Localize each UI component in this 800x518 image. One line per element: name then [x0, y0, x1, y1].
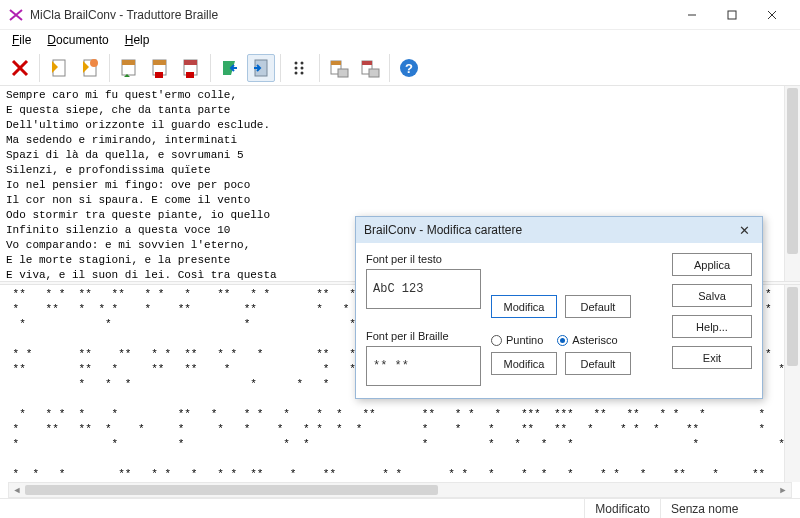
- svg-point-21: [301, 61, 304, 64]
- svg-text:?: ?: [405, 61, 413, 76]
- toolbar-separator: [39, 54, 40, 82]
- menu-bar: File Documento Help: [0, 30, 800, 50]
- font-text-modify-button[interactable]: Modifica: [491, 295, 557, 318]
- svg-rect-31: [369, 69, 379, 77]
- svg-point-24: [295, 71, 298, 74]
- convert-right-icon[interactable]: [247, 54, 275, 82]
- scroll-right-icon[interactable]: ►: [775, 483, 791, 497]
- save-text-icon[interactable]: [177, 54, 205, 82]
- maximize-button[interactable]: [712, 1, 752, 29]
- radio-puntino[interactable]: Puntino: [491, 334, 543, 346]
- svg-rect-14: [153, 60, 166, 65]
- svg-point-22: [295, 66, 298, 69]
- status-modified: Modificato: [584, 499, 660, 518]
- menu-documento[interactable]: Documento: [41, 31, 114, 49]
- exit-button[interactable]: Exit: [672, 346, 752, 369]
- svg-rect-30: [362, 61, 372, 65]
- svg-rect-27: [331, 61, 341, 65]
- font-braille-label: Font per il Braille: [366, 330, 481, 342]
- svg-point-23: [301, 66, 304, 69]
- braille-table-icon[interactable]: [286, 54, 314, 82]
- font-text-label: Font per il testo: [366, 253, 481, 265]
- export2-icon[interactable]: [356, 54, 384, 82]
- text-scrollbar[interactable]: [784, 86, 800, 281]
- dialog-title: BrailConv - Modifica carattere: [364, 223, 522, 237]
- title-bar: MiCla BrailConv - Traduttore Braille: [0, 0, 800, 30]
- new-doc2-icon[interactable]: [76, 54, 104, 82]
- close-icon[interactable]: [6, 54, 34, 82]
- window-title: MiCla BrailConv - Traduttore Braille: [30, 8, 672, 22]
- font-dialog: BrailConv - Modifica carattere ✕ Font pe…: [355, 216, 763, 399]
- toolbar: ?: [0, 50, 800, 86]
- minimize-button[interactable]: [672, 1, 712, 29]
- new-doc1-icon[interactable]: [45, 54, 73, 82]
- status-filename: Senza nome: [660, 499, 800, 518]
- toolbar-separator: [109, 54, 110, 82]
- font-text-sample: AbC 123: [366, 269, 481, 309]
- svg-rect-15: [155, 72, 163, 78]
- status-bar: Modificato Senza nome: [0, 498, 800, 518]
- font-braille-modify-button[interactable]: Modifica: [491, 352, 557, 375]
- toolbar-separator: [280, 54, 281, 82]
- svg-rect-17: [184, 60, 197, 65]
- open-braille-icon[interactable]: [115, 54, 143, 82]
- menu-file[interactable]: File: [6, 31, 37, 49]
- toolbar-separator: [389, 54, 390, 82]
- svg-rect-28: [338, 69, 348, 77]
- horizontal-scrollbar[interactable]: ◄ ►: [8, 482, 792, 498]
- svg-point-20: [295, 61, 298, 64]
- menu-help[interactable]: Help: [119, 31, 156, 49]
- svg-rect-18: [186, 72, 194, 78]
- svg-rect-1: [728, 11, 736, 19]
- dialog-title-bar[interactable]: BrailConv - Modifica carattere ✕: [356, 217, 762, 243]
- braille-scrollbar[interactable]: [784, 285, 800, 482]
- export1-icon[interactable]: [325, 54, 353, 82]
- scroll-left-icon[interactable]: ◄: [9, 483, 25, 497]
- close-window-button[interactable]: [752, 1, 792, 29]
- font-text-default-button[interactable]: Default: [565, 295, 631, 318]
- radio-asterisco[interactable]: Asterisco: [557, 334, 617, 346]
- save-button[interactable]: Salva: [672, 284, 752, 307]
- save-braille-icon[interactable]: [146, 54, 174, 82]
- convert-left-icon[interactable]: [216, 54, 244, 82]
- app-icon: [8, 7, 24, 23]
- font-braille-default-button[interactable]: Default: [565, 352, 631, 375]
- dialog-close-icon[interactable]: ✕: [734, 223, 754, 238]
- apply-button[interactable]: Applica: [672, 253, 752, 276]
- svg-point-25: [301, 71, 304, 74]
- svg-rect-12: [122, 60, 135, 65]
- font-braille-sample: ** **: [366, 346, 481, 386]
- toolbar-separator: [210, 54, 211, 82]
- svg-point-10: [90, 59, 98, 67]
- help-button[interactable]: Help...: [672, 315, 752, 338]
- toolbar-separator: [319, 54, 320, 82]
- help-icon[interactable]: ?: [395, 54, 423, 82]
